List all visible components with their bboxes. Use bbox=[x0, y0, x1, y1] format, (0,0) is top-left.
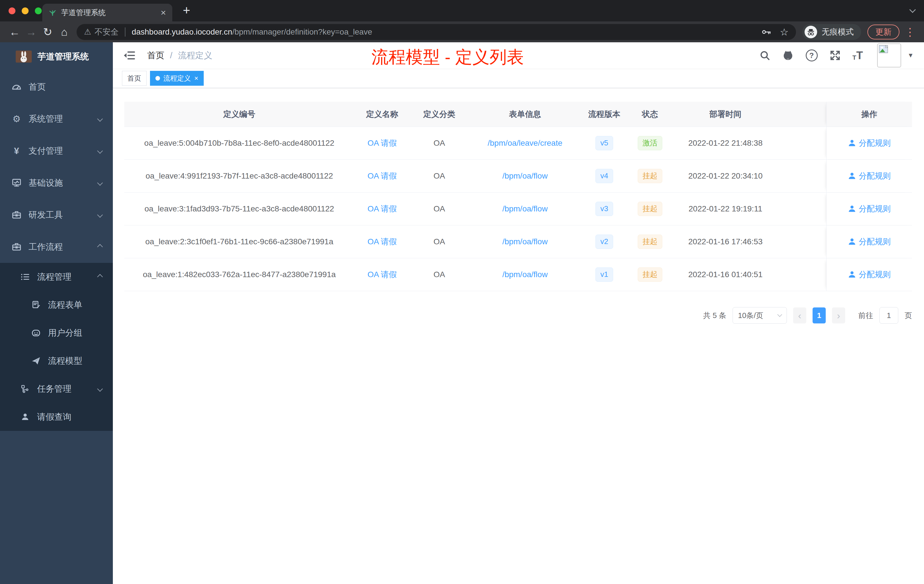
assign-rule-link[interactable]: 分配规则 bbox=[848, 171, 891, 181]
form-link[interactable]: /bpm/oa/flow bbox=[502, 204, 548, 213]
page-size-select[interactable]: 10条/页 bbox=[733, 307, 787, 324]
browser-tab[interactable]: 芋道管理系统 × bbox=[42, 4, 172, 21]
sidebar-item-devtools[interactable]: 研发工具 bbox=[0, 199, 113, 231]
definition-name-link[interactable]: OA 请假 bbox=[368, 236, 397, 247]
user-icon bbox=[848, 271, 856, 279]
sidebar-item-user-group[interactable]: 用户分组 bbox=[0, 319, 113, 347]
definition-name-link[interactable]: OA 请假 bbox=[368, 171, 397, 181]
assign-rule-link[interactable]: 分配规则 bbox=[848, 203, 891, 214]
breadcrumb-home[interactable]: 首页 bbox=[147, 50, 164, 61]
definition-id: oa_leave:4:991f2193-7b7f-11ec-a3c8-acde4… bbox=[124, 160, 354, 192]
avatar[interactable] bbox=[877, 43, 901, 68]
form-link[interactable]: /bpm/oa/flow bbox=[502, 270, 548, 279]
browser-window: 芋道管理系统 × + ← → ↻ ⌂ ⚠ 不安全 dashboard.yudao… bbox=[0, 0, 924, 584]
sidebar-item-home[interactable]: 首页 bbox=[0, 71, 113, 103]
breadcrumb-current: 流程定义 bbox=[178, 50, 212, 61]
tag-process-definition[interactable]: 流程定义 × bbox=[150, 71, 204, 86]
goto-page-input[interactable] bbox=[879, 307, 898, 324]
browser-toolbar: ← → ↻ ⌂ ⚠ 不安全 dashboard.yudao.iocoder.cn… bbox=[0, 21, 924, 42]
list-icon bbox=[19, 272, 31, 282]
tag-close-icon[interactable]: × bbox=[194, 75, 198, 82]
url-host: dashboard.yudao.iocoder.cn bbox=[132, 27, 232, 36]
deploy-time: 2022-01-22 20:34:10 bbox=[673, 160, 826, 192]
new-tab-button[interactable]: + bbox=[183, 4, 190, 16]
goto-label: 前往 bbox=[858, 310, 873, 320]
form-link[interactable]: /bpm/oa/leave/create bbox=[488, 139, 563, 148]
sidebar-item-infra[interactable]: 基础设施 bbox=[0, 167, 113, 199]
avatar-dropdown-caret-icon[interactable]: ▼ bbox=[908, 52, 914, 59]
address-bar[interactable]: ⚠ 不安全 dashboard.yudao.iocoder.cn /bpm/ma… bbox=[77, 24, 796, 40]
dashboard-icon bbox=[10, 82, 23, 92]
next-page-button[interactable]: › bbox=[832, 307, 845, 323]
user-icon bbox=[848, 139, 856, 147]
browser-menu-icon[interactable]: ⋮ bbox=[904, 26, 916, 38]
chevron-down-icon bbox=[97, 212, 103, 218]
definition-name-link[interactable]: OA 请假 bbox=[368, 138, 397, 148]
version-badge: v5 bbox=[596, 136, 613, 150]
tab-close-icon[interactable]: × bbox=[160, 8, 166, 17]
zoom-window-button[interactable] bbox=[35, 7, 42, 14]
assign-rule-link[interactable]: 分配规则 bbox=[848, 236, 891, 247]
tab-search-chevron-icon[interactable] bbox=[909, 7, 916, 13]
sidebar-item-task-mgmt[interactable]: 任务管理 bbox=[0, 375, 113, 403]
briefcase-icon bbox=[10, 242, 23, 252]
chevron-up-icon bbox=[97, 274, 103, 280]
table-row: oa_leave:3:1fad3d93-7b75-11ec-a3c8-acde4… bbox=[124, 192, 912, 225]
sidebar-item-process-form[interactable]: 流程表单 bbox=[0, 291, 113, 319]
assign-rule-link[interactable]: 分配规则 bbox=[848, 138, 891, 148]
tag-home[interactable]: 首页 bbox=[122, 71, 147, 86]
form-link[interactable]: /bpm/oa/flow bbox=[502, 237, 548, 246]
chevron-down-icon bbox=[777, 312, 782, 317]
sidebar-item-label: 任务管理 bbox=[37, 383, 71, 395]
close-window-button[interactable] bbox=[8, 7, 15, 14]
sidebar-item-workflow[interactable]: 工作流程 bbox=[0, 231, 113, 263]
not-secure-label[interactable]: 不安全 bbox=[94, 26, 119, 38]
update-button[interactable]: 更新 bbox=[868, 25, 899, 40]
back-button[interactable]: ← bbox=[6, 26, 23, 38]
search-icon[interactable] bbox=[759, 50, 770, 61]
prev-page-button[interactable]: ‹ bbox=[793, 307, 806, 323]
sidebar-item-label: 流程管理 bbox=[37, 271, 71, 283]
sidebar-item-process-mgmt[interactable]: 流程管理 bbox=[0, 263, 113, 291]
form-link[interactable]: /bpm/oa/flow bbox=[502, 172, 548, 181]
font-size-icon[interactable]: TT bbox=[853, 50, 863, 61]
definition-category: OA bbox=[410, 193, 469, 225]
app-title: 芋道管理系统 bbox=[38, 51, 89, 63]
password-key-icon[interactable] bbox=[762, 28, 771, 36]
help-icon[interactable]: ? bbox=[806, 49, 818, 61]
status-badge: 挂起 bbox=[638, 234, 662, 249]
github-icon[interactable] bbox=[782, 50, 794, 61]
user-icon bbox=[848, 238, 856, 246]
definition-id: oa_leave:3:1fad3d93-7b75-11ec-a3c8-acde4… bbox=[124, 193, 354, 225]
version-badge: v2 bbox=[596, 234, 613, 249]
sidebar-item-system[interactable]: ⚙ 系统管理 bbox=[0, 103, 113, 135]
status-badge: 激活 bbox=[638, 136, 662, 150]
reload-button[interactable]: ↻ bbox=[40, 26, 56, 38]
definition-id: oa_leave:2:3c1f0ef1-76b1-11ec-9c66-a2380… bbox=[124, 226, 354, 258]
deploy-time: 2022-01-22 21:48:38 bbox=[673, 127, 826, 159]
chevron-down-icon bbox=[97, 116, 103, 122]
breadcrumb-separator: / bbox=[170, 51, 172, 60]
version-badge: v3 bbox=[596, 202, 613, 216]
column-header: 定义分类 bbox=[410, 102, 469, 127]
favicon-plant-icon bbox=[49, 8, 56, 16]
bookmark-star-icon[interactable]: ☆ bbox=[780, 26, 789, 38]
gear-icon: ⚙ bbox=[10, 114, 23, 124]
hamburger-icon[interactable] bbox=[123, 49, 135, 61]
sidebar-item-payment[interactable]: ¥ 支付管理 bbox=[0, 135, 113, 167]
sidebar-logo[interactable]: 芋道管理系统 bbox=[0, 42, 113, 71]
pagination: 共 5 条 10条/页 ‹ 1 › 前往 页 bbox=[124, 307, 912, 324]
active-dot bbox=[155, 76, 160, 81]
home-button[interactable]: ⌂ bbox=[56, 26, 73, 38]
definition-name-link[interactable]: OA 请假 bbox=[368, 269, 397, 280]
fullscreen-icon[interactable] bbox=[830, 50, 841, 61]
assign-rule-link[interactable]: 分配规则 bbox=[848, 269, 891, 280]
sidebar-item-process-model[interactable]: 流程模型 bbox=[0, 347, 113, 375]
column-header: 流程版本 bbox=[581, 102, 627, 127]
page-number-button[interactable]: 1 bbox=[813, 307, 826, 323]
definition-name-link[interactable]: OA 请假 bbox=[368, 203, 397, 214]
forward-button[interactable]: → bbox=[23, 26, 40, 38]
minimize-window-button[interactable] bbox=[22, 7, 28, 14]
sidebar-item-leave-query[interactable]: 请假查询 bbox=[0, 403, 113, 431]
workflow-submenu: 流程管理 流程表单 bbox=[0, 263, 113, 431]
